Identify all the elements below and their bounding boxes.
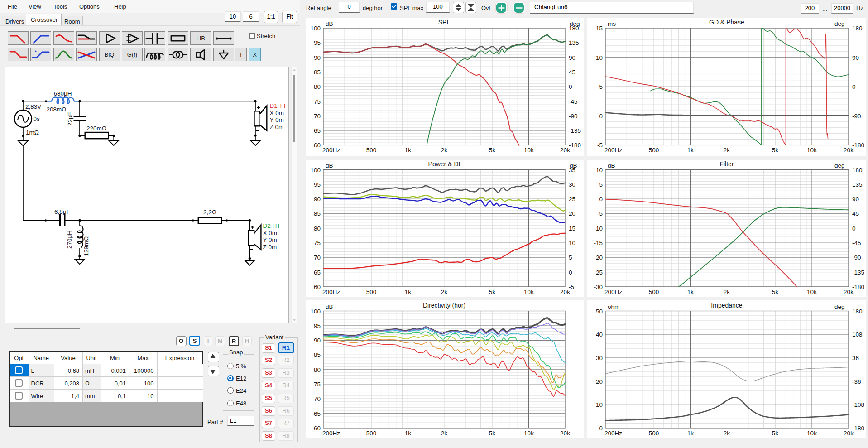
svg-text:dB: dB (326, 162, 333, 169)
svg-text:90: 90 (314, 54, 321, 61)
svg-text:90: 90 (852, 196, 859, 202)
svg-text:25: 25 (569, 196, 575, 202)
svg-text:-36: -36 (852, 378, 861, 385)
svg-text:ohm: ohm (608, 303, 619, 310)
svg-text:180: 180 (852, 25, 863, 32)
svg-text:20: 20 (596, 378, 603, 385)
svg-text:60: 60 (314, 424, 321, 431)
svg-text:2k: 2k (724, 147, 730, 154)
svg-text:dB: dB (608, 162, 615, 169)
svg-text:70: 70 (314, 395, 321, 402)
svg-text:5: 5 (569, 254, 572, 261)
svg-text:500: 500 (649, 429, 659, 436)
svg-text:75: 75 (314, 381, 321, 388)
svg-text:-90: -90 (852, 113, 861, 120)
svg-text:100: 100 (310, 166, 321, 173)
svg-text:15: 15 (569, 225, 575, 231)
svg-text:-180: -180 (569, 142, 581, 149)
svg-text:95: 95 (314, 181, 321, 188)
svg-text:0: 0 (852, 225, 856, 231)
svg-text:90: 90 (852, 54, 859, 61)
svg-text:65: 65 (314, 410, 321, 417)
svg-text:5k: 5k (489, 147, 496, 154)
svg-text:500: 500 (366, 288, 377, 295)
svg-text:75: 75 (314, 240, 321, 246)
svg-text:-30: -30 (594, 283, 603, 290)
svg-text:60: 60 (314, 283, 321, 290)
svg-text:220mΩ: 220mΩ (86, 125, 106, 132)
svg-text:500: 500 (366, 429, 377, 436)
svg-text:200Hz: 200Hz (604, 147, 622, 154)
svg-text:20k: 20k (560, 429, 570, 436)
svg-text:-135: -135 (569, 127, 581, 134)
svg-text:-10: -10 (594, 225, 603, 231)
svg-text:80: 80 (314, 83, 321, 90)
svg-text:200Hz: 200Hz (322, 147, 340, 154)
svg-text:1k: 1k (405, 288, 412, 295)
svg-text:40: 40 (596, 331, 603, 338)
svg-text:ms: ms (608, 20, 616, 27)
svg-text:dB: dB (326, 303, 333, 310)
svg-text:135: 135 (569, 39, 579, 46)
svg-text:0: 0 (599, 113, 603, 120)
svg-text:208mΩ: 208mΩ (47, 106, 67, 113)
svg-text:60: 60 (314, 142, 321, 149)
svg-text:95: 95 (314, 39, 321, 46)
svg-text:90: 90 (569, 54, 575, 61)
svg-text:10: 10 (596, 166, 603, 173)
svg-text:10: 10 (596, 401, 603, 408)
svg-text:6,8μF: 6,8μF (54, 208, 70, 215)
svg-text:180: 180 (852, 166, 863, 173)
svg-text:70: 70 (314, 113, 321, 120)
svg-text:10k: 10k (524, 288, 534, 295)
svg-text:20k: 20k (844, 288, 854, 295)
svg-text:Z 0m: Z 0m (270, 124, 284, 130)
svg-text:2k: 2k (441, 288, 448, 295)
svg-text:129mΩ: 129mΩ (83, 236, 90, 256)
svg-text:85: 85 (314, 69, 321, 76)
svg-text:GD & Phase: GD & Phase (709, 19, 744, 26)
svg-text:-180: -180 (852, 424, 864, 431)
svg-text:5k: 5k (489, 288, 496, 295)
svg-text:1k: 1k (687, 429, 694, 436)
svg-text:5k: 5k (489, 429, 496, 436)
svg-text:680μH: 680μH (53, 90, 72, 97)
svg-text:X 0m: X 0m (263, 230, 278, 236)
svg-text:200Hz: 200Hz (604, 288, 622, 295)
svg-text:-15: -15 (594, 240, 603, 246)
svg-text:0: 0 (599, 424, 603, 431)
svg-text:Filter: Filter (719, 160, 734, 167)
svg-text:-180: -180 (852, 142, 864, 149)
svg-text:-90: -90 (852, 254, 861, 261)
svg-text:Directivity (hor): Directivity (hor) (423, 301, 465, 308)
svg-text:20k: 20k (844, 147, 854, 154)
svg-text:50: 50 (596, 308, 603, 314)
svg-text:-108: -108 (852, 401, 864, 408)
svg-text:20k: 20k (844, 429, 854, 436)
svg-text:Impedance: Impedance (711, 301, 742, 308)
svg-text:500: 500 (649, 288, 659, 295)
svg-text:-90: -90 (569, 113, 578, 120)
svg-text:10: 10 (596, 54, 603, 61)
svg-text:100: 100 (310, 308, 321, 314)
svg-text:deg: deg (834, 162, 845, 169)
svg-text:30: 30 (569, 181, 575, 188)
svg-text:45: 45 (569, 69, 575, 76)
svg-text:36: 36 (852, 354, 859, 361)
svg-text:10k: 10k (524, 429, 534, 436)
svg-text:-45: -45 (852, 240, 861, 246)
svg-text:1k: 1k (687, 147, 694, 154)
svg-text:5k: 5k (772, 147, 779, 154)
svg-text:1mΩ: 1mΩ (26, 129, 39, 136)
svg-text:10k: 10k (807, 429, 817, 436)
svg-text:2k: 2k (724, 429, 730, 436)
svg-text:deg: deg (834, 303, 845, 310)
svg-text:-135: -135 (852, 269, 864, 275)
svg-text:5: 5 (599, 181, 603, 188)
svg-text:22μF: 22μF (67, 112, 73, 126)
svg-text:deg: deg (834, 20, 845, 27)
svg-text:85: 85 (314, 352, 321, 358)
svg-text:10k: 10k (807, 147, 817, 154)
svg-text:75: 75 (314, 98, 321, 105)
svg-text:D1 TT: D1 TT (270, 102, 287, 109)
